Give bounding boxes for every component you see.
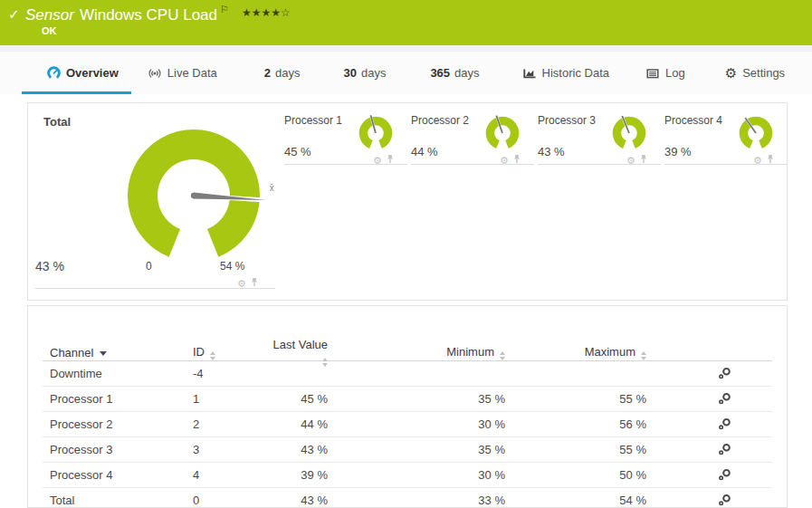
channel-name-cell[interactable]: Processor 2 <box>43 417 186 431</box>
tab-365-days[interactable]: 365days <box>430 52 479 94</box>
channel-row-processor-1: Processor 1145 %35 %55 % <box>43 387 772 412</box>
channel-settings-icon[interactable] <box>717 494 732 507</box>
gauge-pin-icon[interactable] <box>250 275 259 292</box>
column-header-id[interactable]: ID <box>186 345 272 360</box>
channel-row-total: Total043 %33 %54 % <box>43 488 772 508</box>
processor-gauge-cell: Processor 3 43 % ⚙ <box>538 103 664 176</box>
processor-gauge-value: 39 % <box>664 145 692 158</box>
channel-name-cell[interactable]: Total <box>43 494 186 507</box>
processor-gauge-value: 43 % <box>538 145 565 158</box>
total-gauge: x̄ <box>117 119 289 273</box>
processor-gauge-cell: Processor 2 44 % ⚙ <box>411 103 538 176</box>
tab-log[interactable]: Log <box>645 52 685 94</box>
sort-desc-icon <box>100 351 107 356</box>
processor-gauge-value: 44 % <box>411 145 438 158</box>
channel-table-body: Downtime-4Processor 1145 %35 %55 %Proces… <box>43 361 772 508</box>
processor-gauge-cell: Processor 1 45 % ⚙ <box>284 103 411 176</box>
tab-label: Live Data <box>167 66 217 80</box>
channel-table-panel: ChannelIDLast ValueMinimumMaximum Downti… <box>27 305 788 508</box>
channel-id-cell: -4 <box>186 367 272 380</box>
gauge-settings-gear-icon[interactable]: ⚙ <box>237 279 246 289</box>
column-header-maximum[interactable]: Maximum <box>505 345 646 360</box>
column-header-minimum[interactable]: Minimum <box>328 345 505 360</box>
maximum-cell: 50 % <box>505 468 646 482</box>
processor-gauge-value: 45 % <box>284 145 311 158</box>
maximum-cell: 54 % <box>505 494 646 507</box>
channel-id-cell: 3 <box>186 443 272 456</box>
sensor-title: Windows CPU Load <box>80 6 217 24</box>
processor-gauge-actions: ⚙ <box>373 152 395 168</box>
gauge-pin-icon[interactable] <box>386 152 395 168</box>
tab-number: 30 <box>343 66 356 80</box>
tab-number: 2 <box>264 66 271 80</box>
column-label: Maximum <box>585 345 635 359</box>
tab-settings[interactable]: ⚙Settings <box>725 52 785 94</box>
gauge-icon <box>47 66 61 80</box>
gauge-settings-gear-icon[interactable]: ⚙ <box>500 156 509 166</box>
priority-stars[interactable]: ★★★★☆ <box>242 6 291 19</box>
minimum-cell: 30 % <box>328 468 505 482</box>
channel-name-cell[interactable]: Processor 3 <box>43 443 186 456</box>
flag-icon[interactable]: ⚐ <box>220 4 229 14</box>
tab-30-days[interactable]: 30days <box>343 52 386 94</box>
sensor-header-bar: ✓ SensorWindows CPU Load⚐★★★★☆ OK <box>0 0 812 45</box>
tab-historic-data[interactable]: Historic Data <box>522 52 609 94</box>
tab-label: Overview <box>66 66 119 80</box>
tab-label: Historic Data <box>542 66 609 80</box>
channel-name-cell[interactable]: Processor 1 <box>43 392 186 406</box>
processor-gauge <box>610 112 652 154</box>
processor-gauge-actions: ⚙ <box>500 152 521 168</box>
channel-name-cell[interactable]: Downtime <box>43 367 186 380</box>
gauge-pin-icon[interactable] <box>639 152 648 168</box>
tab-live-data[interactable]: Live Data <box>148 52 217 94</box>
processor-gauge-label: Processor 3 <box>538 114 596 127</box>
processor-gauge-actions: ⚙ <box>753 152 775 168</box>
channel-row-processor-3: Processor 3343 %35 %55 % <box>43 437 772 463</box>
maximum-cell: 55 % <box>505 392 646 406</box>
column-label: ID <box>193 345 205 359</box>
channel-settings-icon[interactable] <box>717 417 732 431</box>
channel-settings-icon[interactable] <box>717 392 732 406</box>
gauge-settings-gear-icon[interactable]: ⚙ <box>373 156 382 166</box>
gauge-pin-icon[interactable] <box>512 152 521 168</box>
minimum-cell: 30 % <box>328 417 505 431</box>
total-gauge-actions: ⚙ <box>237 275 259 292</box>
processor-gauge <box>357 112 398 154</box>
gauge-settings-gear-icon[interactable]: ⚙ <box>753 156 762 166</box>
sort-icon <box>641 351 646 360</box>
column-header-channel[interactable]: Channel <box>43 346 186 359</box>
last-value-cell: 39 % <box>272 468 328 482</box>
tab-overview[interactable]: Overview <box>47 52 119 94</box>
log-icon <box>645 67 660 80</box>
sensor-status-badge: OK <box>42 25 57 36</box>
minimum-cell: 33 % <box>328 494 505 507</box>
tab-label: days <box>361 66 386 80</box>
last-value-cell: 44 % <box>272 417 328 431</box>
channel-settings-icon[interactable] <box>717 443 732 456</box>
channel-settings-icon[interactable] <box>717 468 732 482</box>
sensor-title-line: SensorWindows CPU Load⚐★★★★☆ <box>25 4 291 24</box>
tab-label: days <box>454 66 479 80</box>
column-header-last-value[interactable]: Last Value <box>272 338 328 367</box>
maximum-cell: 55 % <box>505 443 646 456</box>
gauge-pin-icon[interactable] <box>766 152 775 168</box>
settings-gear-icon: ⚙ <box>725 67 737 80</box>
gauge-settings-gear-icon[interactable]: ⚙ <box>626 156 635 166</box>
tab-2-days[interactable]: 2days <box>264 52 301 94</box>
sort-icon <box>210 351 215 360</box>
channel-settings-icon[interactable] <box>717 367 732 380</box>
total-gauge-scale-max: 54 % <box>220 260 244 273</box>
tab-bar: OverviewLive Data2days30days365daysHisto… <box>0 52 812 94</box>
total-gauge-title: Total <box>43 115 71 129</box>
status-ok-check-icon: ✓ <box>8 6 20 23</box>
channel-id-cell: 0 <box>186 494 272 507</box>
channel-name-cell[interactable]: Processor 4 <box>43 468 186 482</box>
last-value-cell: 43 % <box>272 443 328 456</box>
tab-label: Settings <box>742 66 785 80</box>
column-label: Minimum <box>446 345 494 359</box>
channel-id-cell: 1 <box>186 392 272 406</box>
header-divider-strip <box>0 45 812 52</box>
column-label: Channel <box>50 346 93 359</box>
column-label: Last Value <box>273 338 328 351</box>
total-gauge-scale-min: 0 <box>146 260 152 273</box>
